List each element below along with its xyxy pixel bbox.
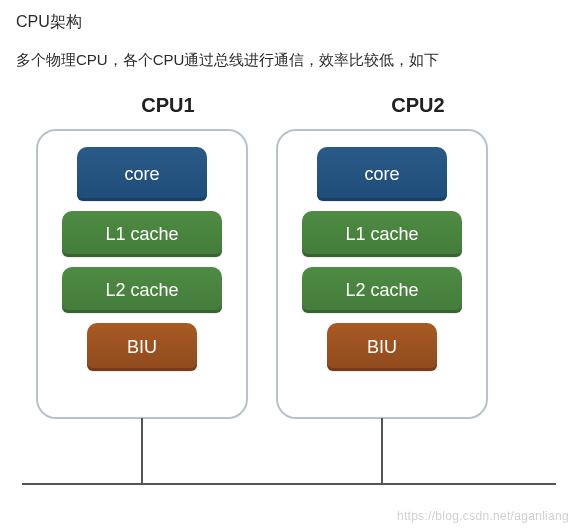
cpu2-core-block: core: [317, 147, 447, 201]
cpu1-biu-block: BIU: [87, 323, 197, 371]
watermark-text: https://blog.csdn.net/aganliang: [397, 509, 569, 523]
cpu2-biu-block: BIU: [327, 323, 437, 371]
cpu1-box: core L1 cache L2 cache BIU: [36, 129, 248, 419]
cpu1-l2-cache-block: L2 cache: [62, 267, 222, 313]
page-title: CPU架构: [16, 12, 571, 33]
cpu1-l1-cache-block: L1 cache: [62, 211, 222, 257]
cpu2-l2-cache-block: L2 cache: [302, 267, 462, 313]
cpu-diagram: CPU1 CPU2 core L1 cache L2 cache BIU cor…: [16, 94, 556, 514]
cpu1-core-block: core: [77, 147, 207, 201]
cpu2-box: core L1 cache L2 cache BIU: [276, 129, 488, 419]
cpu2-label: CPU2: [348, 94, 488, 117]
cpu2-l1-cache-block: L1 cache: [302, 211, 462, 257]
cpu1-label: CPU1: [98, 94, 238, 117]
description-text: 多个物理CPU，各个CPU通过总线进行通信，效率比较低，如下: [16, 51, 571, 70]
